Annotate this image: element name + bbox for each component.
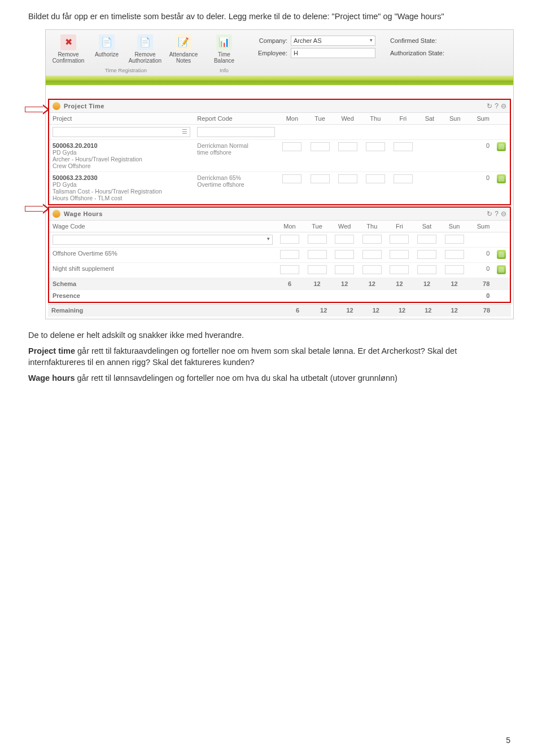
day-cell[interactable] [417, 265, 436, 274]
day-cell[interactable] [308, 250, 327, 259]
remove-confirm-icon: ✖ [60, 34, 76, 50]
confirmed-state-label: Confirmed State: [390, 37, 437, 44]
day-cell[interactable] [311, 174, 330, 183]
day-cell[interactable] [394, 174, 413, 183]
intro-line: Bildet du får opp er en timeliste som be… [28, 11, 514, 23]
wage-row: Offshore Overtime 65% 0 [49, 247, 510, 262]
project-row: 500063.20.2010 PD Gyda Archer - Hours/Tr… [49, 139, 510, 172]
day-cell[interactable] [280, 235, 299, 244]
time-balance-icon: 📊 [216, 34, 232, 50]
help-icon[interactable]: ? [495, 102, 499, 110]
wage-hours-grid: Wage Code Mon Tue Wed Thu Fri Sat Sun Su… [49, 221, 510, 302]
day-cell[interactable] [362, 250, 382, 259]
col-sum: Sum [467, 113, 493, 125]
remove-confirmation-button[interactable]: ✖ Remove Confirmation [50, 33, 86, 66]
refresh-icon[interactable]: ↻ [487, 102, 492, 110]
day-cell[interactable] [335, 235, 354, 244]
notes-icon: 📝 [176, 34, 191, 50]
body-p1: De to delene er helt adskilt og snakker … [28, 329, 514, 341]
col-project: Project [49, 113, 194, 125]
day-cell[interactable] [308, 265, 327, 274]
company-label: Company: [249, 37, 287, 44]
arrow-wage-hours [25, 204, 50, 213]
day-cell[interactable] [335, 250, 354, 259]
day-cell[interactable] [445, 265, 464, 274]
attendance-notes-button[interactable]: 📝 Attendance Notes [165, 33, 202, 66]
day-cell[interactable] [417, 235, 436, 244]
day-cell[interactable] [282, 142, 301, 151]
body-p2: Project time går rett til fakturaavdelin… [28, 345, 514, 368]
wage-row: Night shift supplement 0 [49, 262, 510, 278]
project-time-title: Project Time [64, 103, 104, 109]
employee-label: Employee: [249, 50, 287, 56]
screenshot-container: ✖ Remove Confirmation 📄 Authorize 📄 Remo… [28, 29, 514, 319]
body-text: De to delene er helt adskilt og snakker … [28, 329, 514, 384]
report-code-input[interactable] [197, 127, 275, 137]
intro-text: Bildet du får opp er en timeliste som be… [28, 11, 514, 23]
wage-hours-title: Wage Hours [64, 210, 103, 217]
day-cell[interactable] [308, 235, 327, 244]
magnifier-icon [53, 102, 60, 110]
day-cell[interactable] [417, 250, 436, 259]
day-cell[interactable] [445, 250, 464, 259]
decorative-green-bar [46, 76, 513, 85]
authorization-state-label: Authorization State: [390, 50, 444, 56]
refresh-icon[interactable]: ↻ [487, 210, 492, 218]
day-cell[interactable] [338, 174, 357, 183]
day-cell[interactable] [390, 265, 409, 274]
day-cell[interactable] [366, 174, 385, 183]
authorize-button[interactable]: 📄 Authorize [89, 33, 125, 66]
collapse-icon[interactable]: ⊖ [501, 102, 506, 110]
day-cell[interactable] [362, 265, 382, 274]
day-cell[interactable] [280, 250, 299, 259]
day-cell[interactable] [311, 142, 330, 151]
day-cell[interactable] [280, 265, 299, 274]
delete-row-icon[interactable] [497, 250, 506, 259]
project-time-grid: Project Report Code Mon Tue Wed Thu Fri … [49, 113, 510, 204]
day-cell[interactable] [335, 265, 354, 274]
day-cell[interactable] [390, 250, 409, 259]
remaining-grid: Remaining 6 12 12 12 12 12 12 78 [48, 304, 511, 317]
col-wage-code: Wage Code [49, 221, 276, 232]
employee-input[interactable]: H [291, 48, 375, 58]
app-window: ✖ Remove Confirmation 📄 Authorize 📄 Remo… [45, 29, 514, 319]
company-dropdown[interactable]: Archer AS [291, 36, 375, 46]
schema-row: Schema 6 12 12 12 12 12 12 78 [49, 278, 510, 289]
remaining-row: Remaining 6 12 12 12 12 12 12 78 [48, 304, 511, 316]
remove-auth-icon: 📄 [137, 34, 153, 50]
help-icon[interactable]: ? [495, 210, 499, 218]
delete-row-icon[interactable] [497, 142, 506, 151]
day-cell[interactable] [338, 142, 357, 151]
magnifier-icon [53, 210, 60, 218]
toolbar: ✖ Remove Confirmation 📄 Authorize 📄 Remo… [46, 30, 513, 76]
delete-row-icon[interactable] [497, 174, 506, 183]
delete-row-icon[interactable] [497, 265, 506, 274]
collapse-icon[interactable]: ⊖ [501, 210, 506, 218]
body-p3: Wage hours går rett til lønnsavdelingen … [28, 372, 514, 384]
group-info: Info [220, 67, 229, 73]
day-cell[interactable] [390, 235, 409, 244]
day-cell[interactable] [282, 174, 301, 183]
arrow-project-time [25, 105, 50, 114]
group-time-registration: Time Registration [105, 67, 147, 73]
project-row: 500063.23.2030 PD Gyda Talisman Cost - H… [49, 172, 510, 204]
wage-code-select[interactable] [53, 235, 273, 245]
project-time-section: Project Time ↻ ? ⊖ Project Report Code M… [48, 99, 511, 205]
day-cell[interactable] [366, 142, 385, 151]
authorize-icon: 📄 [99, 34, 115, 50]
project-input[interactable]: ☰ [53, 127, 190, 137]
col-report-code: Report Code [194, 113, 278, 125]
day-cell[interactable] [362, 235, 382, 244]
day-cell[interactable] [394, 142, 413, 151]
time-balance-button[interactable]: 📊 Time Balance [206, 33, 242, 66]
header-form: Company: Archer AS Confirmed State: Empl… [244, 33, 511, 60]
wage-hours-section: Wage Hours ↻ ? ⊖ Wage Code Mon Tue Wed T… [48, 206, 511, 303]
presence-row: Presence 0 [49, 289, 510, 301]
remove-authorization-button[interactable]: 📄 Remove Authorization [127, 33, 163, 66]
day-cell[interactable] [445, 235, 464, 244]
